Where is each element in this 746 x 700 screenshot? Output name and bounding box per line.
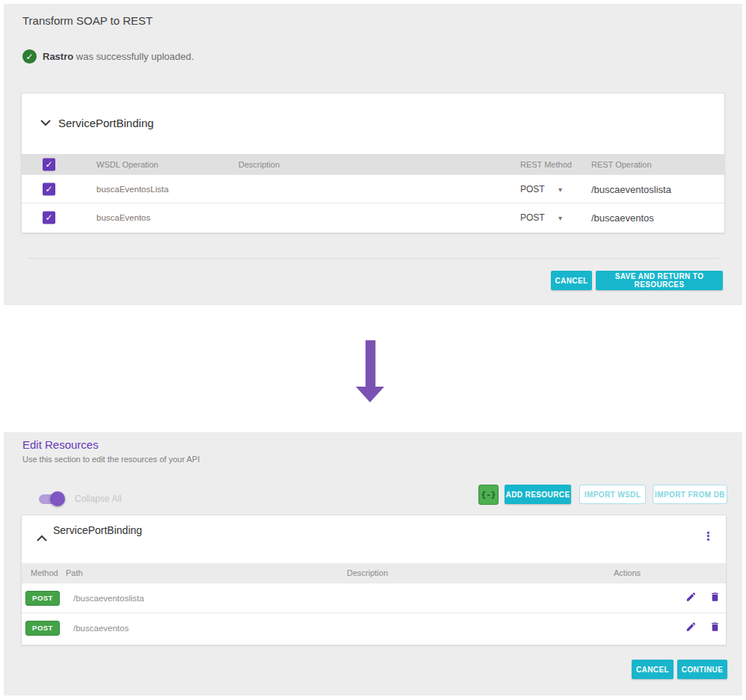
wsdl-operation-value: buscaEventos [96,213,150,222]
rest-operation-value: /buscaeventoslista [591,183,671,194]
chevron-down-icon[interactable] [40,116,51,129]
col-description: Description [238,160,280,169]
card-header: ServicePortBinding [22,93,724,154]
select-all-checkbox[interactable]: ✓ [43,158,55,171]
save-and-return-button[interactable]: SAVE AND RETURN TO RESOURCES [596,271,723,290]
collapse-all-toggle[interactable] [39,491,66,507]
divider [28,258,719,259]
collapse-all-label: Collapse All [75,494,122,504]
table-row: ✓ buscaEventosLista POST ▾ /buscaeventos… [22,174,724,203]
import-wsdl-button[interactable]: IMPORT WSDL [579,485,646,504]
page-title: Transform SOAP to REST [22,14,152,27]
table-header: ✓ WSDL Operation Description REST Method… [22,154,724,174]
service-port-binding-card: ServicePortBinding ✓ WSDL Operation Desc… [21,93,725,233]
col-rest-method: REST Method [520,160,572,169]
path-value: /buscaeventos [73,624,129,633]
col-wsdl-operation: WSDL Operation [96,160,158,169]
import-from-db-button[interactable]: IMPORT FROM DB [653,485,727,504]
wsdl-operation-value: buscaEventosLista [96,185,169,194]
group-title: ServicePortBinding [53,524,142,536]
edit-resources-title: Edit Resources [22,438,99,451]
group-title: ServicePortBinding [58,117,154,129]
cancel-button[interactable]: CANCEL [551,271,592,290]
code-braces-button[interactable]: {-} [478,485,499,505]
edit-resources-subtitle: Use this section to edit the resources o… [22,455,200,464]
col-method: Method [31,568,58,577]
delete-trash-icon[interactable] [709,621,721,635]
success-check-icon: ✓ [22,49,37,64]
col-actions: Actions [614,568,641,577]
method-badge: POST [25,621,60,636]
add-resource-button[interactable]: ADD RESOURCE [505,485,571,504]
row-checkbox[interactable]: ✓ [43,211,55,224]
table-row: POST /buscaeventoslista [22,583,726,612]
success-message: ✓ Rastro was successfully uploaded. [22,49,194,64]
rest-method-select[interactable]: POST [520,212,545,223]
path-value: /buscaeventoslista [73,594,144,603]
table-header: Method Path Description Actions [22,563,726,583]
col-rest-operation: REST Operation [591,160,652,169]
col-description: Description [347,568,388,577]
method-badge: POST [25,591,60,606]
service-port-binding-card: ServicePortBinding ⋮ Method Path Descrip… [21,515,727,645]
continue-button[interactable]: CONTINUE [677,660,727,679]
transform-soap-panel: Transform SOAP to REST ✓ Rastro was succ… [4,4,742,305]
dropdown-caret-icon[interactable]: ▾ [558,185,562,193]
down-arrow-head [356,387,384,402]
toggle-knob [50,491,65,506]
edit-resources-panel: Edit Resources Use this section to edit … [4,432,742,696]
cancel-button[interactable]: CANCEL [632,660,673,679]
success-text: was successfully uploaded. [73,51,194,62]
row-checkbox[interactable]: ✓ [43,182,55,195]
edit-pencil-icon[interactable] [685,591,697,605]
rest-operation-value: /buscaeventos [591,212,654,223]
dropdown-caret-icon[interactable]: ▾ [558,213,562,221]
down-arrow-icon [366,340,375,387]
chevron-up-icon[interactable] [37,531,47,544]
rest-method-select[interactable]: POST [520,184,545,194]
col-path: Path [66,568,83,577]
table-row: POST /buscaeventos [22,612,726,642]
uploaded-file-name: Rastro [43,51,73,62]
card-header: ServicePortBinding ⋮ [22,515,726,563]
delete-trash-icon[interactable] [709,591,721,605]
edit-pencil-icon[interactable] [685,621,697,635]
kebab-menu-icon[interactable]: ⋮ [703,530,714,541]
table-row: ✓ buscaEventos POST ▾ /buscaeventos [22,203,724,231]
